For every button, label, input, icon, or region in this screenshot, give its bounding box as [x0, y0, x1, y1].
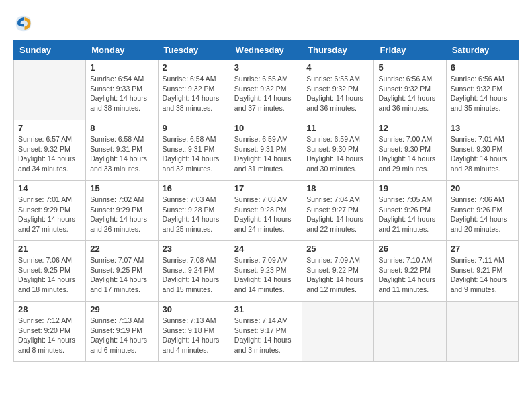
day-number: 11 [306, 123, 369, 133]
header-day-monday: Monday [86, 41, 158, 60]
calendar-cell: 21Sunrise: 7:06 AM Sunset: 9:25 PM Dayli… [14, 241, 86, 302]
header-day-wednesday: Wednesday [230, 41, 302, 60]
calendar-cell: 12Sunrise: 7:00 AM Sunset: 9:30 PM Dayli… [374, 120, 446, 181]
day-number: 3 [234, 62, 298, 73]
day-number: 2 [163, 62, 226, 73]
day-info: Sunrise: 7:04 AM Sunset: 9:27 PM Dayligh… [306, 195, 369, 234]
calendar-cell: 15Sunrise: 7:02 AM Sunset: 9:29 PM Dayli… [86, 181, 158, 241]
day-info: Sunrise: 7:00 AM Sunset: 9:30 PM Dayligh… [378, 134, 441, 174]
calendar-cell: 19Sunrise: 7:05 AM Sunset: 9:26 PM Dayli… [374, 181, 446, 241]
day-number: 24 [234, 244, 298, 254]
calendar-cell: 7Sunrise: 6:57 AM Sunset: 9:32 PM Daylig… [14, 120, 86, 181]
day-info: Sunrise: 7:01 AM Sunset: 9:29 PM Dayligh… [18, 195, 81, 234]
calendar-cell: 29Sunrise: 7:13 AM Sunset: 9:19 PM Dayli… [86, 302, 158, 362]
calendar-cell: 23Sunrise: 7:08 AM Sunset: 9:24 PM Dayli… [158, 241, 230, 302]
day-info: Sunrise: 6:58 AM Sunset: 9:31 PM Dayligh… [163, 134, 226, 174]
calendar-cell: 5Sunrise: 6:56 AM Sunset: 9:32 PM Daylig… [374, 60, 446, 120]
day-number: 30 [163, 304, 226, 314]
calendar-cell: 1Sunrise: 6:54 AM Sunset: 9:33 PM Daylig… [86, 60, 158, 120]
day-info: Sunrise: 7:14 AM Sunset: 9:17 PM Dayligh… [234, 316, 298, 355]
day-info: Sunrise: 7:06 AM Sunset: 9:26 PM Dayligh… [451, 195, 514, 234]
calendar-cell [302, 302, 374, 362]
day-number: 1 [90, 62, 153, 73]
calendar-cell: 11Sunrise: 6:59 AM Sunset: 9:30 PM Dayli… [302, 120, 374, 181]
day-info: Sunrise: 7:01 AM Sunset: 9:30 PM Dayligh… [451, 134, 514, 174]
day-info: Sunrise: 7:12 AM Sunset: 9:20 PM Dayligh… [18, 316, 81, 355]
day-info: Sunrise: 6:58 AM Sunset: 9:31 PM Dayligh… [90, 134, 153, 174]
calendar-cell: 22Sunrise: 7:07 AM Sunset: 9:25 PM Dayli… [86, 241, 158, 302]
calendar-cell: 27Sunrise: 7:11 AM Sunset: 9:21 PM Dayli… [446, 241, 518, 302]
day-info: Sunrise: 6:54 AM Sunset: 9:32 PM Dayligh… [163, 74, 226, 113]
day-info: Sunrise: 6:56 AM Sunset: 9:32 PM Dayligh… [451, 74, 514, 113]
calendar-cell: 9Sunrise: 6:58 AM Sunset: 9:31 PM Daylig… [158, 120, 230, 181]
logo [13, 13, 36, 34]
day-info: Sunrise: 7:03 AM Sunset: 9:28 PM Dayligh… [234, 195, 298, 234]
header-day-thursday: Thursday [302, 41, 374, 60]
calendar-cell: 30Sunrise: 7:13 AM Sunset: 9:18 PM Dayli… [158, 302, 230, 362]
calendar-cell: 6Sunrise: 6:56 AM Sunset: 9:32 PM Daylig… [446, 60, 518, 120]
calendar-cell [446, 302, 518, 362]
header-row: SundayMondayTuesdayWednesdayThursdayFrid… [14, 41, 519, 60]
day-number: 27 [451, 244, 514, 254]
calendar-cell: 4Sunrise: 6:55 AM Sunset: 9:32 PM Daylig… [302, 60, 374, 120]
week-row-2: 7Sunrise: 6:57 AM Sunset: 9:32 PM Daylig… [14, 120, 519, 181]
calendar-cell: 10Sunrise: 6:59 AM Sunset: 9:31 PM Dayli… [230, 120, 302, 181]
day-number: 15 [90, 183, 153, 193]
calendar-cell: 28Sunrise: 7:12 AM Sunset: 9:20 PM Dayli… [14, 302, 86, 362]
header-day-saturday: Saturday [446, 41, 518, 60]
day-number: 23 [163, 244, 226, 254]
day-info: Sunrise: 7:08 AM Sunset: 9:24 PM Dayligh… [163, 255, 226, 295]
calendar-cell: 8Sunrise: 6:58 AM Sunset: 9:31 PM Daylig… [86, 120, 158, 181]
day-info: Sunrise: 7:05 AM Sunset: 9:26 PM Dayligh… [378, 195, 441, 234]
day-info: Sunrise: 6:54 AM Sunset: 9:33 PM Dayligh… [90, 74, 153, 113]
week-row-1: 1Sunrise: 6:54 AM Sunset: 9:33 PM Daylig… [14, 60, 519, 120]
day-number: 14 [18, 183, 81, 193]
calendar-table: SundayMondayTuesdayWednesdayThursdayFrid… [13, 40, 519, 362]
week-row-5: 28Sunrise: 7:12 AM Sunset: 9:20 PM Dayli… [14, 302, 519, 362]
calendar-cell: 14Sunrise: 7:01 AM Sunset: 9:29 PM Dayli… [14, 181, 86, 241]
calendar-cell: 24Sunrise: 7:09 AM Sunset: 9:23 PM Dayli… [230, 241, 302, 302]
calendar-cell: 26Sunrise: 7:10 AM Sunset: 9:22 PM Dayli… [374, 241, 446, 302]
day-number: 6 [451, 62, 514, 73]
calendar-cell: 20Sunrise: 7:06 AM Sunset: 9:26 PM Dayli… [446, 181, 518, 241]
day-number: 20 [451, 183, 514, 193]
calendar-cell: 3Sunrise: 6:55 AM Sunset: 9:32 PM Daylig… [230, 60, 302, 120]
calendar-cell [374, 302, 446, 362]
day-info: Sunrise: 7:09 AM Sunset: 9:22 PM Dayligh… [306, 255, 369, 295]
day-info: Sunrise: 6:59 AM Sunset: 9:31 PM Dayligh… [234, 134, 298, 174]
header-day-friday: Friday [374, 41, 446, 60]
calendar-cell: 25Sunrise: 7:09 AM Sunset: 9:22 PM Dayli… [302, 241, 374, 302]
day-number: 26 [378, 244, 441, 254]
calendar-cell: 2Sunrise: 6:54 AM Sunset: 9:32 PM Daylig… [158, 60, 230, 120]
day-info: Sunrise: 7:11 AM Sunset: 9:21 PM Dayligh… [451, 255, 514, 295]
day-info: Sunrise: 7:09 AM Sunset: 9:23 PM Dayligh… [234, 255, 298, 295]
calendar-cell: 31Sunrise: 7:14 AM Sunset: 9:17 PM Dayli… [230, 302, 302, 362]
day-number: 28 [18, 304, 81, 314]
day-number: 19 [378, 183, 441, 193]
header-day-sunday: Sunday [14, 41, 86, 60]
calendar-cell [14, 60, 86, 120]
day-info: Sunrise: 7:07 AM Sunset: 9:25 PM Dayligh… [90, 255, 153, 295]
day-number: 16 [163, 183, 226, 193]
page-header [13, 13, 519, 34]
day-number: 17 [234, 183, 298, 193]
day-info: Sunrise: 7:13 AM Sunset: 9:19 PM Dayligh… [90, 316, 153, 355]
day-number: 4 [306, 62, 369, 73]
day-info: Sunrise: 7:13 AM Sunset: 9:18 PM Dayligh… [163, 316, 226, 355]
day-number: 18 [306, 183, 369, 193]
day-info: Sunrise: 6:56 AM Sunset: 9:32 PM Dayligh… [378, 74, 441, 113]
logo-icon [13, 13, 34, 34]
day-info: Sunrise: 7:10 AM Sunset: 9:22 PM Dayligh… [378, 255, 441, 295]
calendar-cell: 18Sunrise: 7:04 AM Sunset: 9:27 PM Dayli… [302, 181, 374, 241]
day-number: 8 [90, 123, 153, 133]
day-number: 10 [234, 123, 298, 133]
day-number: 21 [18, 244, 81, 254]
calendar-cell: 16Sunrise: 7:03 AM Sunset: 9:28 PM Dayli… [158, 181, 230, 241]
day-number: 31 [234, 304, 298, 314]
week-row-4: 21Sunrise: 7:06 AM Sunset: 9:25 PM Dayli… [14, 241, 519, 302]
day-number: 25 [306, 244, 369, 254]
day-number: 5 [378, 62, 441, 73]
day-info: Sunrise: 7:03 AM Sunset: 9:28 PM Dayligh… [163, 195, 226, 234]
day-info: Sunrise: 6:57 AM Sunset: 9:32 PM Dayligh… [18, 134, 81, 174]
week-row-3: 14Sunrise: 7:01 AM Sunset: 9:29 PM Dayli… [14, 181, 519, 241]
